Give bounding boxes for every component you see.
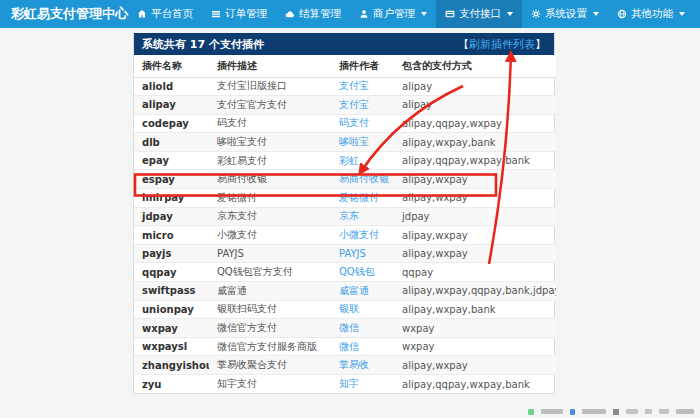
- plugin-description: 掌易收聚合支付: [209, 356, 331, 375]
- plugin-description: 易商付收银: [209, 170, 331, 189]
- plugin-author-link[interactable]: 码支付: [339, 117, 369, 128]
- nav-item-settings[interactable]: 系统设置: [522, 0, 608, 28]
- plugin-methods: alipay,wxpay,bank: [394, 300, 556, 319]
- table-row-jdpay: jdpay京东支付京东jdpay: [134, 207, 556, 226]
- nav-item-home[interactable]: 平台首页: [128, 0, 202, 28]
- table-row-epay: epay彩虹易支付彩虹alipay,qqpay,wxpay,bank: [134, 151, 556, 170]
- globe-icon: [617, 9, 627, 19]
- nav-item-label: 其他功能: [631, 7, 673, 21]
- table-row-micro: micro小微支付小微支付alipay,wxpay: [134, 226, 556, 245]
- plugin-description: 京东支付: [209, 207, 331, 226]
- plugin-author-link[interactable]: QQ钱包: [339, 266, 375, 277]
- plugin-name: imirpay: [134, 189, 209, 208]
- toolbar-glyph: [582, 409, 606, 414]
- plugin-author-link[interactable]: 京东: [339, 210, 359, 221]
- plugin-name: espay: [134, 170, 209, 189]
- plugin-author-link[interactable]: 哆啦宝: [339, 136, 369, 147]
- plugin-name: micro: [134, 226, 209, 245]
- plugin-author-cell: 爱铭微付: [331, 189, 394, 208]
- blue-icon[interactable]: [570, 409, 575, 415]
- plugin-author-link[interactable]: 威富通: [339, 285, 369, 296]
- plugin-methods: alipay: [394, 77, 556, 96]
- chevron-down-icon: [507, 12, 513, 16]
- plugin-author-link[interactable]: 易商付收银: [339, 173, 389, 184]
- brand-title: 彩虹易支付管理中心: [0, 0, 128, 28]
- plugin-description: 码支付: [209, 114, 331, 133]
- plugin-name: qqpay: [134, 263, 209, 282]
- plugin-author-link[interactable]: 彩虹: [339, 155, 359, 166]
- plugin-methods: alipay,qqpay,wxpay: [394, 114, 556, 133]
- plugin-author-cell: QQ钱包: [331, 263, 394, 282]
- plugin-author-link[interactable]: 知宇: [339, 378, 359, 389]
- refresh-plugins-link[interactable]: 【刷新插件列表】: [458, 37, 546, 52]
- plugin-description: 爱铭微付: [209, 189, 331, 208]
- refresh-link-label: 刷新插件列表: [469, 38, 535, 51]
- refresh-link-bracket-open: 【: [458, 38, 469, 51]
- plugin-author-link[interactable]: PAYJS: [339, 248, 366, 259]
- plugin-author-link[interactable]: 微信: [339, 341, 359, 352]
- plugin-author-cell: 易商付收银: [331, 170, 394, 189]
- nav-item-orders[interactable]: 订单管理: [202, 0, 276, 28]
- plugin-author-link[interactable]: 小微支付: [339, 229, 379, 240]
- plugin-name: zhangyishou: [134, 356, 209, 375]
- plugin-author-link[interactable]: 微信: [339, 322, 359, 333]
- cloud-icon: [285, 9, 295, 19]
- plugin-methods: wxpay: [394, 337, 556, 356]
- plugin-author-link[interactable]: 掌易收: [339, 359, 369, 370]
- plugin-author-cell: 微信: [331, 319, 394, 338]
- nav-menu: 平台首页订单管理结算管理商户管理支付接口系统设置其他功能退出登录: [128, 0, 700, 28]
- plugin-methods: alipay,wxpay,bank: [394, 133, 556, 152]
- plugin-author-cell: 京东: [331, 207, 394, 226]
- toolbar-glyph: [645, 409, 652, 414]
- dark-icon[interactable]: [613, 409, 619, 415]
- nav-item-settlement[interactable]: 结算管理: [276, 0, 350, 28]
- plugin-name: aliold: [134, 77, 209, 96]
- plugin-author-cell: 知宇: [331, 375, 394, 394]
- nav-item-pay-api[interactable]: 支付接口: [436, 0, 522, 28]
- list-icon: [211, 9, 221, 19]
- column-header: 插件描述: [209, 55, 331, 77]
- plugin-description: 微信官方支付服务商版: [209, 337, 331, 356]
- table-row-dlb: dlb哆啦宝支付哆啦宝alipay,wxpay,bank: [134, 133, 556, 152]
- column-header: 包含的支付方式: [394, 55, 556, 77]
- plugin-author-link[interactable]: 爱铭微付: [339, 192, 379, 203]
- table-row-aliold: aliold支付宝旧版接口支付宝alipay: [134, 77, 556, 96]
- nav-item-logout[interactable]: 退出登录: [694, 0, 700, 28]
- plugin-methods: alipay,wxpay: [394, 244, 556, 263]
- table-row-wxpay: wxpay微信官方支付微信wxpay: [134, 319, 556, 338]
- table-row-codepay: codepay码支付码支付alipay,qqpay,wxpay: [134, 114, 556, 133]
- gear-icon: [531, 9, 541, 19]
- table-row-alipay: alipay支付宝官方支付支付宝alipay: [134, 96, 556, 115]
- plugin-methods: alipay: [394, 96, 556, 115]
- nav-item-merchants[interactable]: 商户管理: [350, 0, 436, 28]
- plugin-description: 微信官方支付: [209, 319, 331, 338]
- plugin-description: PAYJS: [209, 244, 331, 263]
- plugin-methods: alipay,qqpay,wxpay,bank: [394, 375, 556, 394]
- credit-card-icon: [445, 9, 455, 19]
- plugin-author-link[interactable]: 支付宝: [339, 80, 369, 91]
- table-row-zyu: zyu知宇支付知宇alipay,qqpay,wxpay,bank: [134, 375, 556, 394]
- plugin-description: 银联扫码支付: [209, 300, 331, 319]
- user-icon: [359, 9, 369, 19]
- plugin-name: wxpaysl: [134, 337, 209, 356]
- plugin-description: 威富通: [209, 282, 331, 301]
- top-navbar: 彩虹易支付管理中心 平台首页订单管理结算管理商户管理支付接口系统设置其他功能退出…: [0, 0, 700, 28]
- plugin-author-cell: 支付宝: [331, 77, 394, 96]
- plugin-methods: jdpay: [394, 207, 556, 226]
- green-icon[interactable]: [528, 409, 534, 415]
- plugin-methods: alipay,wxpay: [394, 356, 556, 375]
- plugin-description: 支付宝官方支付: [209, 96, 331, 115]
- nav-item-other[interactable]: 其他功能: [608, 0, 694, 28]
- plugin-name: zyu: [134, 375, 209, 394]
- table-row-payjs: payjsPAYJSPAYJSalipay,wxpay: [134, 244, 556, 263]
- plugin-author-cell: 彩虹: [331, 151, 394, 170]
- plugin-author-link[interactable]: 支付宝: [339, 99, 369, 110]
- plugin-description: 彩虹易支付: [209, 151, 331, 170]
- plugin-author-link[interactable]: 银联: [339, 303, 359, 314]
- plugin-description: 支付宝旧版接口: [209, 77, 331, 96]
- chevron-down-icon: [679, 12, 685, 16]
- table-row-espay: espay易商付收银易商付收银alipay,wxpay: [134, 170, 556, 189]
- plugin-description: QQ钱包官方支付: [209, 263, 331, 282]
- plugin-name: alipay: [134, 96, 209, 115]
- plugin-description: 小微支付: [209, 226, 331, 245]
